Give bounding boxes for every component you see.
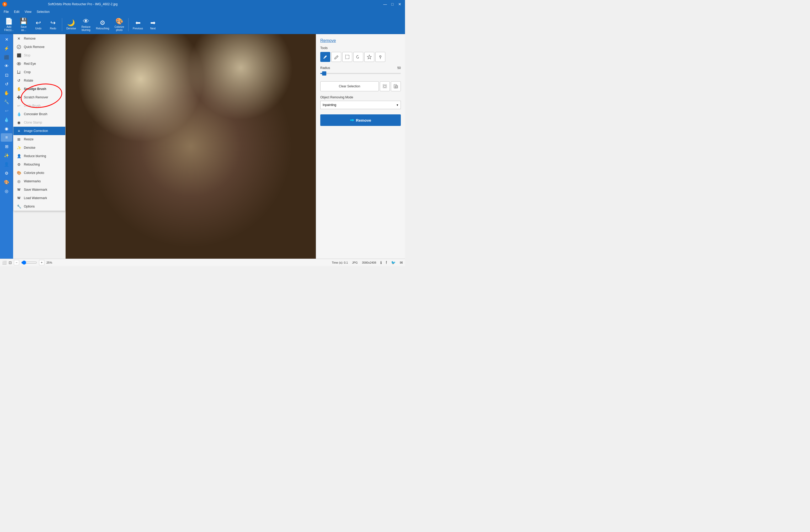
sidebar-icon-watermarks[interactable]: ◎ bbox=[1, 187, 12, 195]
minimize-button[interactable]: — bbox=[382, 1, 388, 7]
radius-slider-container[interactable] bbox=[320, 71, 401, 76]
undo-button[interactable]: ↩ Undo bbox=[31, 16, 45, 33]
sidebar-icon-smudge[interactable]: ✋ bbox=[1, 88, 12, 97]
maximize-button[interactable]: □ bbox=[389, 1, 395, 7]
tool-rect-select[interactable] bbox=[342, 52, 352, 62]
save-as-button[interactable]: 💾 Saveas... bbox=[17, 16, 30, 33]
status-crop-icon[interactable]: ⊡ bbox=[9, 260, 12, 265]
sidebar-icon-red-eye[interactable]: 👁 bbox=[1, 62, 12, 70]
add-files-button[interactable]: 📄 AddFile(s)... bbox=[2, 16, 16, 33]
sidebar-icon-image-correction[interactable]: ≡ bbox=[1, 133, 12, 142]
quick-remove-menu-icon bbox=[17, 45, 21, 49]
sidebar-icon-concealer[interactable]: 💧 bbox=[1, 115, 12, 124]
reduce-blurring-icon: 👁 bbox=[83, 18, 89, 25]
svg-rect-6 bbox=[17, 97, 21, 98]
sidebar-icon-remove[interactable]: ✕ bbox=[1, 35, 12, 44]
sidebar-icon-reduce-blur[interactable]: 👤 bbox=[1, 160, 12, 168]
load-selection-button[interactable] bbox=[391, 81, 401, 91]
status-bar: ⬜ ⊡ − + 25% Time (s): 0.1 JPG 3580x2408 … bbox=[0, 259, 405, 266]
dropdown-item-denoise[interactable]: ✨ Denoise bbox=[13, 144, 65, 152]
close-button[interactable]: ✕ bbox=[396, 1, 403, 7]
dropdown-item-resize[interactable]: ⊞ Resize bbox=[13, 135, 65, 144]
photo-canvas[interactable] bbox=[66, 34, 316, 259]
redo-button[interactable]: ↪ Redo bbox=[46, 16, 60, 33]
panel-title: Remove bbox=[320, 38, 401, 43]
dropdown-item-image-correction[interactable]: ≡ Image Correction bbox=[13, 127, 65, 135]
object-removing-mode-label: Object Removing Mode bbox=[320, 96, 401, 99]
sidebar-icon-colorize[interactable]: 🎨 bbox=[1, 178, 12, 186]
dropdown-item-watermarks[interactable]: ◎ Watermarks bbox=[13, 177, 65, 186]
sidebar-icon-undo-brush[interactable]: ↩ bbox=[1, 107, 12, 115]
dropdown-label-quick-remove: Quick Remove bbox=[24, 45, 45, 49]
tool-magic-wand[interactable] bbox=[364, 52, 374, 62]
sidebar-icon-scratch[interactable]: 🔧 bbox=[1, 98, 12, 106]
menu-view[interactable]: View bbox=[22, 9, 34, 15]
sidebar-icon-resize[interactable]: ⊞ bbox=[1, 142, 12, 150]
info-icon[interactable]: ℹ bbox=[380, 260, 382, 265]
options-menu-icon: 🔧 bbox=[17, 204, 21, 209]
add-files-icon: 📄 bbox=[5, 18, 13, 25]
inpainting-dropdown-wrapper: Inpainting ▼ bbox=[320, 101, 401, 109]
retouching-button[interactable]: ⚙ Retouching bbox=[94, 16, 112, 33]
dropdown-item-reduce-blurring[interactable]: 👤 Reduce blurring bbox=[13, 152, 65, 160]
tools-row bbox=[320, 52, 401, 62]
reduce-blurring-label: Reduceblurring bbox=[82, 26, 91, 32]
tool-lasso[interactable] bbox=[353, 52, 363, 62]
email-icon[interactable]: ✉ bbox=[400, 260, 403, 265]
dropdown-item-colorize[interactable]: 🎨 Colorize photo bbox=[13, 169, 65, 177]
sidebar-icon-denoise[interactable]: ✨ bbox=[1, 151, 12, 160]
zoom-value: 25% bbox=[46, 261, 52, 264]
inpainting-select[interactable]: Inpainting bbox=[320, 101, 401, 109]
menu-selection[interactable]: Selection bbox=[34, 9, 52, 15]
tools-section-label: Tools bbox=[320, 46, 401, 50]
dropdown-item-scratch[interactable]: Scratch Remover bbox=[13, 93, 65, 101]
zoom-plus-button[interactable]: + bbox=[39, 260, 44, 265]
dropdown-item-red-eye[interactable]: Red Eye bbox=[13, 60, 65, 68]
dropdown-item-rotate[interactable]: ↺ Rotate bbox=[13, 76, 65, 85]
radius-slider-track[interactable] bbox=[320, 73, 401, 74]
facebook-icon[interactable]: f bbox=[386, 260, 387, 265]
tool-pencil[interactable] bbox=[320, 52, 330, 62]
tool-pin[interactable] bbox=[375, 52, 385, 62]
twitter-icon[interactable]: 🐦 bbox=[391, 260, 395, 265]
dropdown-item-crop[interactable]: Crop bbox=[13, 68, 65, 76]
retouching-label: Retouching bbox=[96, 27, 109, 30]
sidebar-icon-rotate[interactable]: ↺ bbox=[1, 80, 12, 88]
save-selection-button[interactable] bbox=[380, 81, 390, 91]
previous-button[interactable]: ⬅ Previous bbox=[131, 16, 145, 33]
status-select-icon[interactable]: ⬜ bbox=[2, 260, 6, 265]
dropdown-label-retouching: Retouching bbox=[24, 163, 40, 166]
dropdown-item-options[interactable]: 🔧 Options bbox=[13, 202, 65, 211]
dropdown-item-remove[interactable]: ✕ Remove bbox=[13, 34, 65, 43]
reduce-blurring-button[interactable]: 👁 Reduceblurring bbox=[79, 16, 93, 33]
dropdown-item-quick-remove[interactable]: Quick Remove bbox=[13, 43, 65, 51]
colorize-button[interactable]: 🎨 Colorizephoto bbox=[112, 16, 126, 33]
radius-slider-thumb[interactable] bbox=[322, 71, 326, 76]
dropdown-item-smudge[interactable]: ✋ Smudge Brush bbox=[13, 85, 65, 93]
menu-file[interactable]: File bbox=[1, 9, 11, 15]
zoom-slider[interactable] bbox=[21, 260, 37, 265]
tool-brush[interactable] bbox=[331, 52, 341, 62]
sidebar-icon-crop[interactable]: ⊡ bbox=[1, 71, 12, 79]
dropdown-item-save-watermark[interactable]: W Save Watermark bbox=[13, 186, 65, 194]
main-canvas-area[interactable] bbox=[66, 34, 316, 259]
zoom-minus-button[interactable]: − bbox=[14, 260, 19, 265]
left-sidebar: ✕ ⚡ ⬛ 👁 ⊡ ↺ ✋ 🔧 ↩ 💧 ◉ ≡ ⊞ ✨ 👤 ⚙ 🎨 ◎ bbox=[0, 34, 13, 259]
remove-action-button[interactable]: ⇒ Remove bbox=[320, 114, 401, 126]
clear-selection-button[interactable]: Clear Selection bbox=[320, 81, 379, 91]
menu-edit[interactable]: Edit bbox=[11, 9, 22, 15]
sidebar-icon-clone[interactable]: ◉ bbox=[1, 124, 12, 133]
dropdown-item-concealer[interactable]: 💧 Concealer Brush bbox=[13, 110, 65, 118]
rotate-menu-icon: ↺ bbox=[17, 78, 21, 83]
sidebar-icon-stop[interactable]: ⬛ bbox=[1, 53, 12, 61]
denoise-button[interactable]: 🌙 Denoise bbox=[64, 16, 78, 33]
dropdown-item-clone[interactable]: ◉ Clone Stamp bbox=[13, 118, 65, 127]
next-button[interactable]: ➡ Next bbox=[146, 16, 160, 33]
dropdown-item-load-watermark[interactable]: W Load Watermark bbox=[13, 194, 65, 202]
sidebar-icon-quick-remove[interactable]: ⚡ bbox=[1, 44, 12, 52]
time-label: Time (s): 0.1 bbox=[332, 261, 348, 264]
scratch-menu-icon bbox=[17, 95, 21, 100]
resize-menu-icon: ⊞ bbox=[17, 137, 21, 142]
dropdown-item-retouching[interactable]: ⚙ Retouching bbox=[13, 160, 65, 169]
sidebar-icon-retouching[interactable]: ⚙ bbox=[1, 169, 12, 177]
